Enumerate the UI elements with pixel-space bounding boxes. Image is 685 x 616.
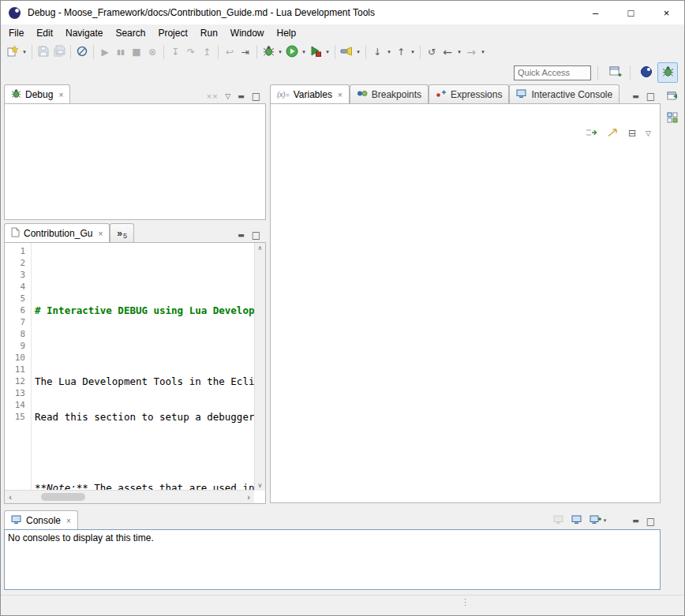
run-dropdown[interactable]: ▾ bbox=[300, 43, 308, 61]
editor-line[interactable] bbox=[32, 269, 254, 281]
open-console-dropdown[interactable]: ▾ bbox=[604, 518, 607, 524]
editor-tab-overflow[interactable]: »5 bbox=[110, 223, 134, 243]
tab-console-close-icon[interactable]: × bbox=[66, 517, 71, 525]
tab-contribution-guide[interactable]: Contribution_Gu × bbox=[4, 223, 110, 243]
variables-view-toolbar: ⊟ ▽ bbox=[586, 124, 659, 143]
show-logical-structures-icon[interactable] bbox=[586, 128, 597, 140]
debug-view-minimize-icon[interactable]: ▬ bbox=[238, 93, 245, 100]
debug-view-icon bbox=[11, 88, 21, 101]
resume-button[interactable]: ▶ bbox=[97, 43, 113, 61]
variables-maximize-icon[interactable]: □ bbox=[646, 91, 655, 101]
editor-line[interactable]: The Lua Development Tools in the Ecli bbox=[32, 375, 254, 387]
new-wizard-button[interactable] bbox=[5, 43, 21, 61]
window-close-button[interactable]: × bbox=[649, 1, 684, 24]
previous-annotation-dropdown[interactable]: ▾ bbox=[409, 43, 417, 61]
menu-help[interactable]: Help bbox=[271, 25, 303, 41]
line-number-ruler[interactable]: 1 2 3 4 5 6 7 8 9 10 11 12 13 14 15 bbox=[5, 243, 32, 491]
next-annotation-button[interactable]: ↓ bbox=[369, 43, 385, 61]
tab-expressions[interactable]: Expressions bbox=[429, 84, 509, 104]
quick-access-input[interactable] bbox=[514, 65, 591, 80]
editor-line[interactable]: Read this section to setup a debugger bbox=[32, 411, 254, 423]
scroll-left-icon[interactable]: ‹ bbox=[5, 491, 16, 503]
editor-line[interactable]: # Interactive DEBUG using Lua Develop bbox=[32, 304, 254, 316]
remove-all-terminated-icon[interactable]: ×× bbox=[206, 93, 218, 100]
search-button[interactable] bbox=[339, 43, 354, 61]
use-step-filters-button[interactable]: ⇥ bbox=[238, 43, 253, 61]
pin-console-icon[interactable] bbox=[553, 515, 564, 527]
editor-minimize-icon[interactable]: ▬ bbox=[238, 232, 245, 239]
horizontal-scroll-thumb[interactable] bbox=[41, 493, 85, 501]
run-button[interactable] bbox=[284, 43, 300, 61]
menu-navigate[interactable]: Navigate bbox=[59, 25, 109, 41]
forward-dropdown[interactable]: ▾ bbox=[479, 43, 487, 61]
tab-console[interactable]: Console × bbox=[4, 510, 78, 530]
step-into-button[interactable]: ↧ bbox=[167, 43, 183, 61]
tab-variables-close-icon[interactable]: × bbox=[338, 91, 342, 99]
debug-perspective-button[interactable] bbox=[657, 62, 678, 83]
editor-text-area[interactable]: # Interactive DEBUG using Lua Develop Th… bbox=[32, 243, 254, 491]
debug-button[interactable] bbox=[260, 43, 276, 61]
editor-horizontal-scrollbar[interactable]: ‹ › bbox=[5, 490, 254, 503]
step-return-button[interactable]: ↥ bbox=[199, 43, 215, 61]
previous-annotation-button[interactable]: ↑ bbox=[393, 43, 409, 61]
external-tools-button[interactable] bbox=[308, 43, 324, 61]
sash-drag-handle-icon[interactable]: ⋮ bbox=[461, 597, 470, 607]
tab-debug[interactable]: Debug × bbox=[4, 84, 70, 104]
tab-breakpoints[interactable]: Breakpoints bbox=[350, 84, 429, 104]
editor-maximize-icon[interactable]: □ bbox=[252, 230, 260, 240]
toolbar-separator bbox=[630, 65, 631, 80]
back-button[interactable]: ← bbox=[440, 43, 455, 61]
editor-line[interactable] bbox=[32, 446, 254, 458]
menu-edit[interactable]: Edit bbox=[30, 25, 59, 41]
window-minimize-button[interactable]: – bbox=[578, 1, 613, 24]
console-minimize-icon[interactable]: ▬ bbox=[632, 517, 639, 525]
menu-run[interactable]: Run bbox=[194, 25, 224, 41]
search-dropdown[interactable]: ▾ bbox=[354, 43, 362, 61]
console-maximize-icon[interactable]: □ bbox=[646, 517, 655, 526]
drop-to-frame-button[interactable]: ↩ bbox=[222, 43, 238, 61]
debug-dropdown[interactable]: ▾ bbox=[276, 43, 284, 61]
save-all-button[interactable] bbox=[51, 43, 67, 61]
line-number: 11 bbox=[5, 364, 31, 375]
skip-breakpoints-button[interactable] bbox=[74, 43, 90, 61]
step-over-button[interactable]: ↷ bbox=[183, 43, 199, 61]
menu-window[interactable]: Window bbox=[224, 25, 271, 41]
forward-button[interactable]: → bbox=[463, 43, 479, 61]
last-edit-location-button[interactable]: ↺ bbox=[424, 43, 440, 61]
open-perspective-button[interactable] bbox=[606, 63, 625, 82]
editor-line[interactable] bbox=[32, 340, 254, 352]
tab-contribution-guide-close-icon[interactable]: × bbox=[98, 230, 103, 238]
new-wizard-dropdown[interactable]: ▾ bbox=[21, 43, 28, 61]
restore-view-icon[interactable] bbox=[664, 88, 680, 103]
display-selected-console-icon[interactable] bbox=[571, 515, 582, 527]
scroll-up-icon[interactable]: ∧ bbox=[258, 245, 263, 252]
suspend-button[interactable]: ▮▮ bbox=[113, 43, 129, 61]
window-maximize-button[interactable]: □ bbox=[613, 1, 649, 24]
back-dropdown[interactable]: ▾ bbox=[455, 43, 463, 61]
scroll-down-icon[interactable]: ∨ bbox=[258, 482, 263, 489]
debug-view-menu-icon[interactable]: ▽ bbox=[225, 93, 230, 100]
tab-interactive-console[interactable]: Interactive Console bbox=[509, 84, 619, 104]
variables-view-menu-icon[interactable]: ▽ bbox=[646, 130, 651, 137]
show-columns-icon[interactable] bbox=[607, 128, 619, 140]
menu-file[interactable]: File bbox=[2, 25, 30, 41]
tab-variables[interactable]: (x)= Variables × bbox=[270, 84, 350, 104]
terminate-button[interactable]: ■ bbox=[129, 43, 144, 61]
external-tools-dropdown[interactable]: ▾ bbox=[324, 43, 331, 61]
debug-view-maximize-icon[interactable]: □ bbox=[252, 91, 260, 101]
save-button[interactable] bbox=[36, 43, 51, 61]
next-annotation-dropdown[interactable]: ▾ bbox=[385, 43, 393, 61]
minimized-view-palette-icon[interactable] bbox=[664, 110, 680, 125]
app-icon[interactable] bbox=[8, 6, 21, 20]
lua-perspective-button[interactable] bbox=[637, 63, 656, 82]
debug-view-header: Debug × ×× ▽ ▬ □ bbox=[4, 84, 266, 104]
variables-minimize-icon[interactable]: ▬ bbox=[632, 93, 639, 100]
menu-search[interactable]: Search bbox=[109, 25, 152, 41]
menu-project[interactable]: Project bbox=[152, 25, 193, 41]
disconnect-button[interactable]: ⊗ bbox=[144, 43, 160, 61]
open-console-icon[interactable] bbox=[590, 515, 601, 527]
scroll-right-icon[interactable]: › bbox=[243, 491, 254, 503]
tab-debug-close-icon[interactable]: × bbox=[58, 91, 63, 99]
collapse-all-icon[interactable]: ⊟ bbox=[628, 129, 636, 138]
editor-vertical-scrollbar[interactable]: ∧ ∨ bbox=[254, 243, 265, 491]
